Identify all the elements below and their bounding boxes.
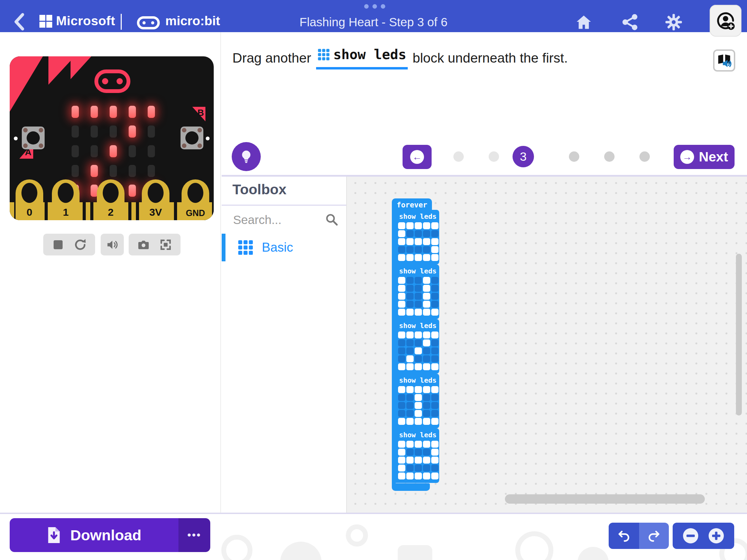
led-toggle[interactable] (415, 246, 422, 253)
led-toggle[interactable] (398, 473, 405, 479)
led-toggle[interactable] (415, 473, 422, 479)
progress-dot-5[interactable] (604, 151, 615, 162)
led-toggle[interactable] (415, 293, 422, 300)
toolbox-category-basic[interactable]: Basic (222, 234, 345, 261)
led-toggle[interactable] (431, 254, 439, 261)
led-toggle[interactable] (431, 277, 439, 284)
sim-button-b[interactable] (181, 127, 203, 149)
led-toggle[interactable] (415, 285, 422, 292)
led-toggle[interactable] (423, 309, 430, 316)
led-toggle[interactable] (415, 363, 422, 370)
led-toggle[interactable] (406, 238, 414, 245)
progress-dot-2[interactable] (489, 151, 499, 162)
led-toggle[interactable] (406, 418, 414, 425)
led-toggle[interactable] (431, 309, 439, 316)
led-toggle[interactable] (423, 277, 430, 284)
led-toggle[interactable] (431, 301, 439, 308)
led-toggle[interactable] (398, 339, 405, 346)
led-toggle[interactable] (423, 332, 430, 338)
led-toggle[interactable] (431, 285, 439, 292)
download-more-button[interactable]: ••• (178, 518, 210, 552)
zoom-in-button[interactable] (709, 528, 724, 543)
led-toggle[interactable] (406, 410, 414, 417)
led-toggle[interactable] (406, 394, 414, 401)
led-toggle[interactable] (415, 238, 422, 245)
show-leds-block-2[interactable]: show leds (395, 264, 439, 319)
led-toggle[interactable] (423, 441, 430, 448)
led-toggle[interactable] (431, 238, 439, 245)
led-toggle[interactable] (406, 386, 414, 393)
led-toggle[interactable] (415, 332, 422, 338)
stop-button[interactable] (50, 237, 66, 252)
pin-0[interactable]: 0 (16, 179, 43, 220)
led-toggle[interactable] (423, 363, 430, 370)
mute-button[interactable] (105, 237, 120, 252)
led-toggle[interactable] (406, 402, 414, 409)
led-toggle[interactable] (423, 410, 430, 417)
led-toggle[interactable] (398, 410, 405, 417)
pin-3v[interactable]: 3V (142, 179, 169, 220)
led-toggle[interactable] (423, 418, 430, 425)
toolbox-search-input[interactable] (232, 211, 319, 228)
led-toggle[interactable] (406, 465, 414, 472)
progress-dot-3-current[interactable]: 3 (513, 146, 534, 167)
led-toggle[interactable] (423, 465, 430, 472)
led-toggle[interactable] (415, 339, 422, 346)
led-toggle[interactable] (423, 355, 430, 362)
led-toggle[interactable] (398, 386, 405, 393)
led-toggle[interactable] (415, 402, 422, 409)
led-toggle[interactable] (423, 394, 430, 401)
show-leds-block-1[interactable]: show leds (395, 210, 439, 264)
led-toggle[interactable] (406, 293, 414, 300)
led-toggle[interactable] (398, 277, 405, 284)
led-toggle[interactable] (415, 441, 422, 448)
led-toggle[interactable] (398, 301, 405, 308)
led-toggle[interactable] (406, 441, 414, 448)
forever-block-bottom[interactable] (392, 483, 430, 491)
led-toggle[interactable] (398, 449, 405, 456)
led-toggle[interactable] (423, 386, 430, 393)
undo-button[interactable] (609, 523, 639, 549)
search-icon[interactable] (325, 213, 339, 226)
led-toggle[interactable] (398, 418, 405, 425)
led-toggle[interactable] (423, 473, 430, 479)
led-toggle[interactable] (431, 246, 439, 253)
redo-button[interactable] (639, 523, 669, 549)
led-toggle[interactable] (431, 402, 439, 409)
blocks-workspace[interactable]: forever show leds show leds show leds sh… (347, 177, 747, 513)
led-toggle[interactable] (398, 230, 405, 237)
led-toggle[interactable] (398, 441, 405, 448)
led-toggle[interactable] (423, 254, 430, 261)
led-toggle[interactable] (423, 293, 430, 300)
settings-gear-icon[interactable] (665, 13, 683, 31)
led-toggle[interactable] (398, 309, 405, 316)
led-toggle[interactable] (415, 449, 422, 456)
led-toggle[interactable] (423, 246, 430, 253)
led-toggle[interactable] (415, 457, 422, 464)
led-toggle[interactable] (431, 418, 439, 425)
drag-handle-dots-icon[interactable] (364, 4, 385, 9)
led-toggle[interactable] (398, 285, 405, 292)
led-toggle[interactable] (423, 301, 430, 308)
share-icon[interactable] (621, 13, 639, 31)
show-leds-block-4[interactable]: show leds (395, 374, 439, 428)
led-toggle[interactable] (431, 339, 439, 346)
led-toggle[interactable] (398, 332, 405, 338)
pin-2[interactable]: 2 (97, 179, 124, 220)
led-toggle[interactable] (431, 465, 439, 472)
led-toggle[interactable] (398, 254, 405, 261)
progress-dot-1[interactable] (453, 151, 464, 162)
led-toggle[interactable] (398, 402, 405, 409)
led-toggle[interactable] (415, 418, 422, 425)
led-toggle[interactable] (406, 230, 414, 237)
hint-button[interactable] (232, 142, 261, 171)
sign-in-button[interactable] (710, 5, 741, 37)
led-toggle[interactable] (406, 277, 414, 284)
led-toggle[interactable] (423, 222, 430, 229)
led-toggle[interactable] (415, 465, 422, 472)
led-toggle[interactable] (423, 449, 430, 456)
pin-gnd[interactable]: GND (182, 179, 209, 220)
led-toggle[interactable] (406, 347, 414, 354)
led-toggle[interactable] (406, 355, 414, 362)
led-toggle[interactable] (423, 230, 430, 237)
